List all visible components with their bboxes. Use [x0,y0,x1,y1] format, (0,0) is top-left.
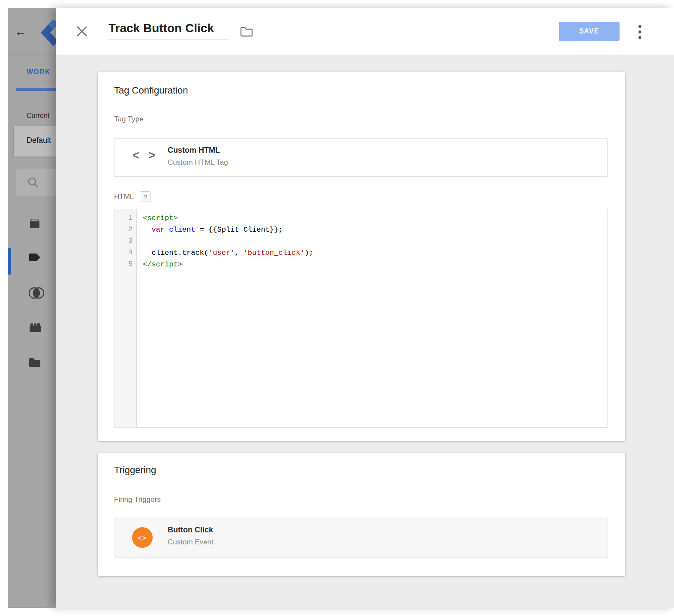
search-input[interactable] [16,169,56,196]
triggering-card: Triggering Firing Triggers <> Button Cli… [98,453,625,576]
tag-type-selector[interactable]: < > Custom HTML Custom HTML Tag [114,138,608,177]
tag-configuration-heading: Tag Configuration [114,85,188,96]
save-button[interactable]: SAVE [559,22,620,41]
html-code-editor[interactable]: 12345 <script> var client = {{Split Clie… [114,209,608,428]
editor-code[interactable]: <script> var client = {{Split Client}}; … [137,209,607,427]
more-menu-icon[interactable] [635,24,645,39]
current-workspace-label: Current [27,112,49,120]
custom-event-icon: <> [132,527,153,548]
folder-icon[interactable] [239,26,254,38]
trigger-name: Button Click [168,525,213,534]
tag-configuration-card: Tag Configuration Tag Type < > Custom HT… [98,72,625,441]
back-arrow-icon[interactable]: ← [13,24,28,39]
workspace-selector-label: Default [27,136,51,145]
firing-triggers-label: Firing Triggers [114,495,161,504]
html-field-label-row: HTML ? [114,191,150,202]
app-stage: ← WORK Current Default [8,8,674,608]
code-line [143,236,607,247]
code-line: client.track('user', 'button_click'); [143,247,607,259]
workspace-topbar: ← [8,8,56,54]
page: ← WORK Current Default [0,0,674,616]
trigger-type: Custom Event [168,538,214,547]
topbar-divider [31,8,31,54]
background-workspace: ← WORK Current Default [8,8,56,608]
line-number: 2 [114,224,136,236]
search-icon [27,176,39,189]
trigger-row[interactable]: <> Button Click Custom Event [114,517,608,558]
overview-icon[interactable] [28,217,43,231]
line-number: 1 [114,212,136,224]
tag-type-name: Custom HTML [168,146,220,155]
close-icon[interactable] [75,24,89,39]
tab-workspace[interactable]: WORK [27,68,50,76]
tag-editor-overlay: Track Button Click SAVE Tag Configuratio… [56,8,674,608]
tag-name-field[interactable]: Track Button Click [108,21,229,40]
overlay-header: Track Button Click SAVE [56,8,674,54]
workspace-selector[interactable]: Default [14,126,56,157]
help-icon[interactable]: ? [140,191,150,202]
overlay-body: Tag Configuration Tag Type < > Custom HT… [56,54,674,608]
line-number: 5 [114,259,136,270]
line-number: 3 [114,236,136,247]
code-line: var client = {{Split Client}}; [143,224,607,236]
triggers-icon[interactable] [28,286,43,299]
triggering-heading: Triggering [114,465,156,476]
variables-icon[interactable] [28,322,43,335]
tag-name-value: Track Button Click [108,21,229,35]
line-number: 4 [114,247,136,259]
html-label: HTML [114,193,134,201]
code-brackets-icon: < > [132,149,158,162]
code-line: <script> [143,212,607,224]
tag-type-description: Custom HTML Tag [168,158,228,167]
active-nav-indicator [8,248,11,275]
folders-icon[interactable] [28,357,43,371]
tag-type-label: Tag Type [114,115,144,124]
code-line: </script> [143,259,607,270]
tags-icon[interactable] [28,251,43,265]
tab-active-indicator [16,88,56,91]
gtm-logo-icon [40,20,56,47]
editor-gutter: 12345 [114,209,137,427]
